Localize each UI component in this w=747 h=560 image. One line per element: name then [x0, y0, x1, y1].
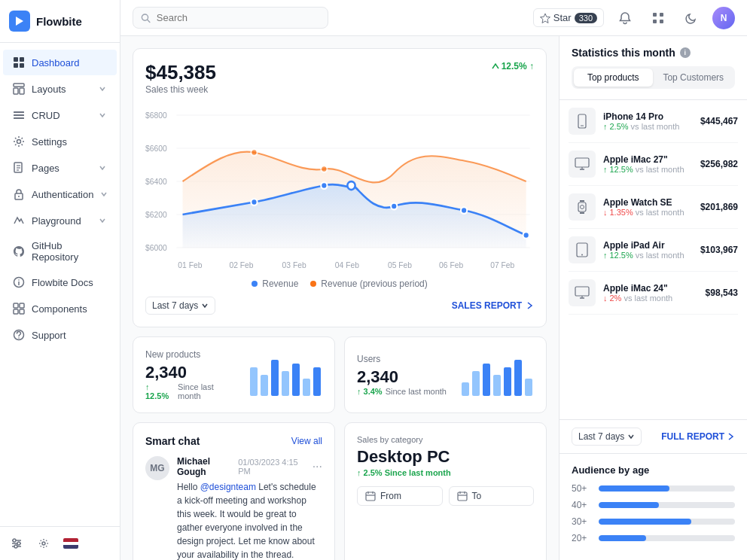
sidebar-item-crud[interactable]: CRUD [3, 102, 117, 128]
svg-rect-39 [653, 20, 657, 23]
svg-text:$6600: $6600 [145, 144, 167, 153]
sidebar-item-github[interactable]: GitHub Repository [3, 234, 117, 269]
sidebar-item-settings[interactable]: Settings [3, 129, 117, 154]
sidebar-item-support[interactable]: Support [3, 322, 117, 348]
product-thumb-watch [569, 193, 596, 221]
apps-button[interactable] [646, 6, 670, 30]
audience-title: Audience by age [572, 464, 735, 476]
sidebar-item-authentication[interactable]: Authentication [3, 181, 117, 207]
user-avatar[interactable]: N [712, 7, 735, 29]
svg-rect-84 [458, 492, 467, 501]
tab-top-customers[interactable]: Top Customers [654, 68, 733, 87]
category-card: Sales by category Desktop PC ↑ 2.5% Sinc… [344, 422, 547, 560]
sidebar-item-dashboard[interactable]: Dashboard [3, 50, 117, 75]
search-input[interactable] [157, 12, 320, 23]
svg-marker-36 [540, 14, 550, 23]
chat-text: Hello @designteam Let's schedule a kick-… [177, 480, 322, 560]
star-label: Star [553, 12, 572, 23]
svg-rect-73 [462, 382, 469, 396]
docs-icon [12, 275, 26, 289]
svg-point-20 [18, 279, 20, 281]
svg-rect-1 [14, 57, 18, 62]
sidebar-item-layouts[interactable]: Layouts [3, 76, 117, 102]
sidebar-item-playground[interactable]: Playground [3, 208, 117, 233]
svg-point-59 [321, 182, 327, 189]
theme-toggle-button[interactable] [679, 6, 703, 30]
stats-period-selector[interactable]: Last 7 days [572, 428, 642, 446]
sidebar-item-playground-label: Playground [32, 215, 91, 227]
chat-options-button[interactable]: ··· [313, 460, 322, 473]
age-row-20: 20+ [572, 533, 735, 543]
sales-report-link[interactable]: SALES REPORT [452, 300, 534, 311]
product-info-ipad: Apple iPad Air ↑ 12.5% vs last month [603, 240, 693, 260]
playground-icon [12, 214, 26, 227]
sidebar-item-pages[interactable]: Pages [3, 155, 117, 181]
product-name-iphone: iPhone 14 Pro [603, 111, 693, 122]
sidebar-item-docs-label: Flowbite Docs [32, 277, 108, 288]
svg-rect-8 [14, 111, 24, 113]
svg-rect-21 [14, 303, 18, 308]
star-button[interactable]: Star 330 [533, 8, 604, 27]
crud-icon [12, 108, 26, 122]
calendar-icon [365, 491, 376, 501]
svg-text:$6200: $6200 [145, 210, 167, 219]
to-date-picker[interactable]: To [449, 486, 535, 506]
bottom-row: Smart chat View all MG Michael Gough 01/… [133, 422, 547, 560]
product-change-ipad: ↑ 12.5% vs last month [603, 251, 693, 260]
full-report-link[interactable]: FULL REPORT [661, 431, 735, 442]
stats-info-icon[interactable]: i [680, 47, 691, 58]
github-icon [12, 245, 26, 258]
revenue-dot [252, 281, 258, 287]
sidebar-sliders-button[interactable] [6, 533, 27, 554]
chart-legend: Revenue Revenue (previous period) [252, 278, 427, 289]
svg-text:02 Feb: 02 Feb [229, 260, 253, 269]
sidebar-item-components[interactable]: Components [3, 296, 117, 321]
svg-rect-10 [14, 117, 24, 119]
layouts-icon [12, 82, 26, 96]
new-products-value: 2,340 [145, 363, 238, 382]
svg-rect-4 [20, 63, 24, 68]
sidebar-item-docs[interactable]: Flowbite Docs [3, 269, 117, 295]
users-title: Users [357, 354, 450, 364]
notifications-button[interactable] [613, 6, 637, 30]
svg-text:04 Feb: 04 Feb [335, 260, 359, 269]
users-info: Users 2,340 ↑ 3.4% Since last month [357, 354, 450, 396]
sidebar-item-github-label: GitHub Repository [32, 240, 108, 263]
product-name-ipad: Apple iPad Air [603, 240, 693, 251]
chat-mention[interactable]: @designteam [200, 482, 256, 492]
svg-rect-23 [14, 309, 18, 314]
authentication-chevron-icon [99, 189, 108, 199]
svg-rect-76 [493, 375, 501, 396]
flag-button[interactable] [60, 533, 81, 554]
svg-rect-77 [504, 367, 511, 396]
svg-text:$6000: $6000 [145, 243, 167, 252]
product-name-imac24: Apple iMac 24" [603, 283, 698, 294]
sidebar-bottom [0, 526, 120, 560]
sales-chart: $6800 $6600 $6400 $6200 $6000 01 Feb 02 … [145, 107, 534, 272]
new-products-sub: ↑ 12.5% Since last month [145, 382, 238, 400]
sidebar-item-dashboard-label: Dashboard [32, 57, 108, 68]
new-products-info: New products 2,340 ↑ 12.5% Since last mo… [145, 349, 238, 400]
chat-viewall-link[interactable]: View all [291, 436, 322, 446]
svg-rect-7 [20, 88, 24, 94]
product-change-watch: ↓ 1.35% vs last month [603, 208, 693, 217]
svg-point-62 [461, 207, 467, 214]
product-item-iphone: iPhone 14 Pro ↑ 2.5% vs last month $445,… [569, 100, 738, 143]
product-info-watch: Apple Watch SE ↓ 1.35% vs last month [603, 197, 693, 217]
tab-top-products[interactable]: Top products [574, 68, 653, 87]
sales-amount: $45,385 [145, 61, 216, 84]
svg-rect-78 [514, 360, 522, 396]
product-thumb-imac27 [569, 151, 596, 178]
sidebar-gear-button[interactable] [33, 533, 54, 554]
search-container[interactable] [133, 7, 328, 29]
svg-point-30 [17, 542, 20, 545]
chart-period-selector[interactable]: Last 7 days [145, 297, 215, 315]
sidebar-item-settings-label: Settings [32, 136, 108, 148]
svg-rect-79 [525, 379, 532, 396]
svg-rect-38 [660, 13, 663, 17]
svg-point-96 [581, 205, 584, 209]
from-date-picker[interactable]: From [357, 486, 443, 506]
main: Star 330 N [120, 0, 747, 560]
logo[interactable]: Flowbite [0, 0, 120, 43]
users-chart [459, 352, 534, 397]
